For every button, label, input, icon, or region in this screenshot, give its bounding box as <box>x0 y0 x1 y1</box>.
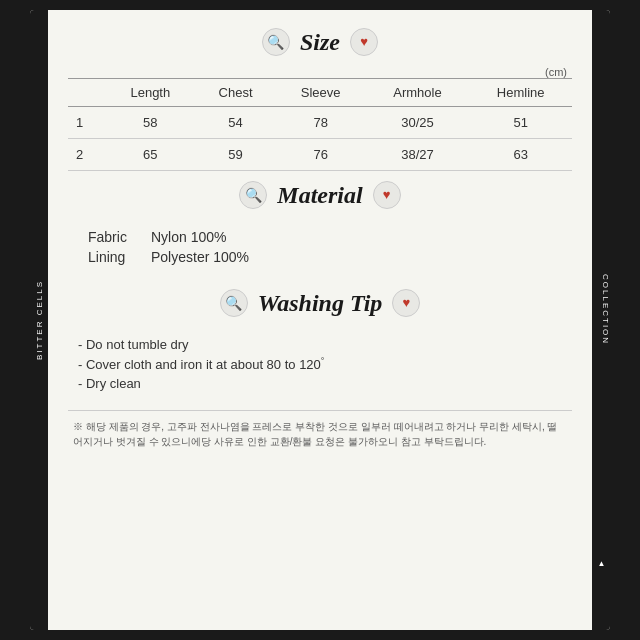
washing-item-0: - Do not tumble dry <box>78 337 562 352</box>
washing-content: - Do not tumble dry- Cover cloth and iro… <box>68 327 572 405</box>
side-label-left: BITTER CELLS <box>30 10 48 630</box>
size-cell-1-4: 38/27 <box>366 139 470 171</box>
material-title: Material <box>277 182 362 209</box>
size-cell-0-1: 58 <box>105 107 195 139</box>
size-cell-1-2: 59 <box>195 139 276 171</box>
unit-label: (cm) <box>68 66 572 78</box>
size-table-header-row: Length Chest Sleeve Armhole Hemline <box>68 79 572 107</box>
size-section-header: 🔍 Size ♥ <box>68 10 572 66</box>
size-table: Length Chest Sleeve Armhole Hemline 1585… <box>68 78 572 171</box>
size-heart-icon: ♥ <box>350 28 378 56</box>
size-cell-0-3: 78 <box>276 107 366 139</box>
washing-item-1: - Cover cloth and iron it at about 80 to… <box>78 356 562 372</box>
material-heart-icon: ♥ <box>373 181 401 209</box>
washing-title: Washing Tip <box>258 290 383 317</box>
size-cell-0-0: 1 <box>68 107 105 139</box>
side-label-right: COLLECTION ▲ <box>592 10 610 630</box>
size-cell-1-3: 76 <box>276 139 366 171</box>
col-header-number <box>68 79 105 107</box>
size-cell-0-4: 30/25 <box>366 107 470 139</box>
col-header-sleeve: Sleeve <box>276 79 366 107</box>
size-table-row: 265597638/2763 <box>68 139 572 171</box>
material-label: Fabric <box>88 229 143 245</box>
footer-note: ※ 해당 제품의 경우, 고주파 전사나염을 프레스로 부착한 것으로 일부러 … <box>68 410 572 457</box>
col-header-chest: Chest <box>195 79 276 107</box>
material-section-header: 🔍 Material ♥ <box>68 171 572 219</box>
material-content: FabricNylon 100%LiningPolyester 100% <box>68 219 572 279</box>
size-cell-0-5: 51 <box>469 107 572 139</box>
arrow-icon: ▲ <box>597 559 606 570</box>
size-title: Size <box>300 29 340 56</box>
size-cell-0-2: 54 <box>195 107 276 139</box>
material-search-icon: 🔍 <box>239 181 267 209</box>
size-table-row: 158547830/2551 <box>68 107 572 139</box>
content-area: 🔍 Size ♥ (cm) Length Chest Sleeve Armhol… <box>48 10 592 630</box>
washing-item-2: - Dry clean <box>78 376 562 391</box>
size-cell-1-5: 63 <box>469 139 572 171</box>
size-search-icon: 🔍 <box>262 28 290 56</box>
material-row: FabricNylon 100% <box>88 229 552 245</box>
washing-search-icon: 🔍 <box>220 289 248 317</box>
material-value: Polyester 100% <box>151 249 249 265</box>
col-header-length: Length <box>105 79 195 107</box>
col-header-hemline: Hemline <box>469 79 572 107</box>
size-cell-1-0: 2 <box>68 139 105 171</box>
size-cell-1-1: 65 <box>105 139 195 171</box>
material-value: Nylon 100% <box>151 229 227 245</box>
washing-section-header: 🔍 Washing Tip ♥ <box>68 279 572 327</box>
main-container: BITTER CELLS COLLECTION ▲ 🔍 Size ♥ (cm) … <box>30 10 610 630</box>
material-label: Lining <box>88 249 143 265</box>
col-header-armhole: Armhole <box>366 79 470 107</box>
material-row: LiningPolyester 100% <box>88 249 552 265</box>
washing-heart-icon: ♥ <box>392 289 420 317</box>
